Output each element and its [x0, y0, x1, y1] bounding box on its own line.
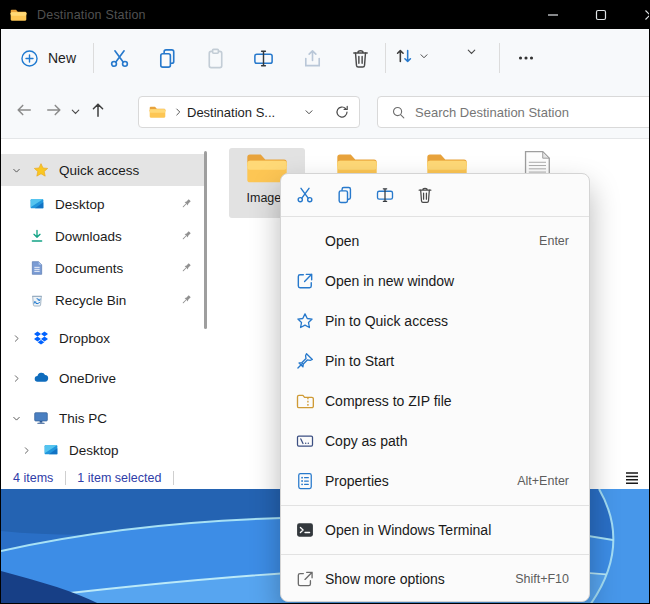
paste-icon — [204, 47, 227, 70]
desktop-icon — [43, 442, 59, 458]
show-more-icon — [295, 569, 315, 589]
recycle-bin-icon — [29, 292, 45, 308]
paste-button[interactable] — [202, 45, 228, 71]
menu-item-open-in-windows-terminal[interactable]: Open in Windows Terminal — [281, 510, 589, 550]
copy-button[interactable] — [154, 45, 180, 71]
menu-item-open-in-new-window[interactable]: Open in new window — [281, 261, 589, 301]
forward-arrow-icon — [44, 100, 64, 124]
sidebar-item-onedrive[interactable]: OneDrive — [1, 362, 207, 394]
view-button[interactable] — [465, 45, 478, 58]
maximize-button[interactable] — [584, 1, 618, 29]
sidebar-item-label: Desktop — [69, 443, 119, 458]
refresh-icon[interactable] — [334, 104, 350, 120]
sidebar-item-label: Recycle Bin — [55, 293, 126, 308]
sidebar-item-label: Dropbox — [59, 331, 110, 346]
plus-circle-icon — [19, 48, 40, 69]
search-box[interactable] — [377, 96, 650, 128]
copy-icon — [156, 47, 179, 70]
menu-item-pin-to-start[interactable]: Pin to Start — [281, 341, 589, 381]
chevron-down-icon — [418, 50, 430, 62]
sidebar-item-documents[interactable]: Documents — [1, 252, 207, 284]
sort-button[interactable] — [393, 45, 430, 67]
new-button-label: New — [48, 50, 76, 66]
address-bar[interactable]: Destination S... — [138, 96, 360, 128]
status-separator — [65, 471, 66, 485]
pin-outline-icon — [295, 351, 315, 371]
sidebar-item-desktop[interactable]: Desktop — [1, 434, 207, 466]
header: New Destination S... — [1, 29, 649, 139]
more-options-button[interactable] — [511, 45, 541, 71]
up-button[interactable] — [87, 101, 109, 123]
sidebar-item-label: Desktop — [55, 197, 105, 212]
cut-button[interactable] — [106, 45, 132, 71]
folder-icon — [10, 8, 27, 22]
copy-path-icon — [295, 431, 315, 451]
status-separator — [173, 471, 174, 485]
trash-icon — [349, 47, 372, 70]
rename-icon — [252, 47, 275, 70]
onedrive-icon — [33, 370, 49, 386]
sidebar-item-desktop[interactable]: Desktop — [1, 188, 207, 220]
menu-item-open[interactable]: OpenEnter — [281, 221, 589, 261]
rename-icon — [375, 185, 395, 205]
forward-button[interactable] — [43, 101, 65, 123]
sidebar-item-this-pc[interactable]: This PC — [1, 402, 207, 434]
chevron-down-icon — [465, 45, 478, 58]
menu-item-shortcut: Enter — [539, 234, 569, 248]
sidebar-item-recycle-bin[interactable]: Recycle Bin — [1, 284, 207, 316]
minimize-button[interactable] — [536, 1, 570, 29]
ellipsis-icon — [515, 47, 537, 69]
chevron-right-icon[interactable] — [11, 373, 22, 384]
chevron-right-icon[interactable] — [11, 333, 22, 344]
toolbar-separator — [499, 43, 500, 73]
sidebar-item-downloads[interactable]: Downloads — [1, 220, 207, 252]
delete-button[interactable] — [407, 179, 443, 211]
star-outline-icon — [295, 311, 315, 331]
scissors-icon — [108, 47, 131, 70]
menu-item-label: Copy as path — [325, 433, 589, 449]
close-button[interactable] — [633, 1, 650, 29]
recent-locations-button[interactable] — [69, 106, 82, 119]
chevron-down-icon[interactable] — [11, 165, 22, 176]
dropbox-icon — [33, 330, 49, 346]
chevron-down-icon[interactable] — [11, 413, 22, 424]
sidebar-item-label: Downloads — [55, 229, 122, 244]
sidebar-item-label: This PC — [59, 411, 107, 426]
delete-button[interactable] — [347, 45, 373, 71]
menu-item-label: Pin to Quick access — [325, 313, 589, 329]
cut-button[interactable] — [287, 179, 323, 211]
sidebar-item-dropbox[interactable]: Dropbox — [1, 322, 207, 354]
menu-item-copy-as-path[interactable]: Copy as path — [281, 421, 589, 461]
share-button[interactable] — [299, 45, 325, 71]
sidebar-item-quick-access[interactable]: Quick access — [1, 154, 207, 186]
rename-button[interactable] — [250, 45, 276, 71]
new-button[interactable]: New — [19, 43, 76, 73]
share-icon — [301, 47, 324, 70]
pin-icon — [179, 293, 193, 307]
menu-item-label: Open in new window — [325, 273, 589, 289]
star-icon — [33, 162, 49, 178]
menu-item-properties[interactable]: PropertiesAlt+Enter — [281, 461, 589, 501]
menu-item-show-more-options[interactable]: Show more optionsShift+F10 — [281, 559, 589, 599]
menu-item-shortcut: Shift+F10 — [515, 572, 569, 586]
terminal-icon — [295, 520, 315, 540]
breadcrumb-separator-icon — [172, 106, 184, 118]
rename-button[interactable] — [367, 179, 403, 211]
back-arrow-icon — [14, 100, 34, 124]
breadcrumb[interactable]: Destination S... — [187, 105, 275, 120]
address-dropdown-icon[interactable] — [303, 106, 315, 118]
hamburger-icon[interactable] — [623, 469, 641, 487]
menu-item-pin-to-quick-access[interactable]: Pin to Quick access — [281, 301, 589, 341]
menu-item-compress-to-zip-file[interactable]: Compress to ZIP file — [281, 381, 589, 421]
back-button[interactable] — [13, 101, 35, 123]
title-bar: Destination Station — [1, 1, 649, 29]
menu-item-label: Show more options — [325, 571, 515, 587]
search-input[interactable] — [415, 105, 635, 120]
copy-button[interactable] — [327, 179, 363, 211]
zip-folder-icon — [295, 391, 315, 411]
chevron-right-icon[interactable] — [21, 445, 32, 456]
scissors-icon — [295, 185, 315, 205]
menu-item-shortcut: Alt+Enter — [517, 474, 569, 488]
menu-item-label: Properties — [325, 473, 517, 489]
toolbar-separator — [385, 43, 386, 73]
